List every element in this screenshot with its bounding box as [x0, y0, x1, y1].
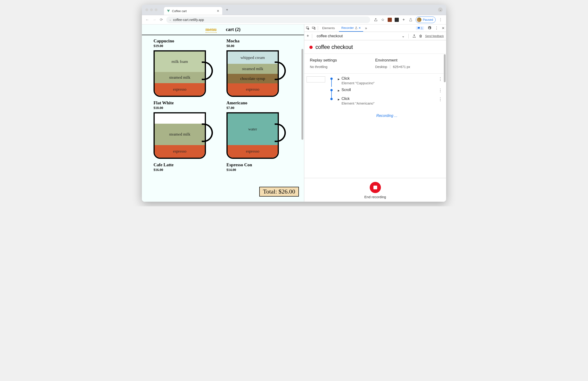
export-icon[interactable]	[412, 34, 416, 38]
recorder-body: coffee checkout Replay settings No throt…	[304, 40, 446, 178]
env-viewport: 625×671 px	[393, 65, 410, 69]
product-name: Cafe Latte	[153, 162, 219, 167]
close-window-icon[interactable]	[145, 8, 148, 11]
cup-layer: espresso	[228, 83, 278, 96]
product-card[interactable]: Cafe Latte $16.00	[153, 162, 219, 174]
new-tab-button[interactable]: +	[226, 8, 228, 12]
window-controls	[145, 8, 157, 11]
titlebar: Coffee cart ✕ + ⌄	[142, 5, 446, 15]
product-card[interactable]: Cappucino $19.00 espressosteamed milkmil…	[153, 39, 219, 98]
cup-handle	[275, 61, 286, 80]
maximize-window-icon[interactable]	[155, 8, 157, 11]
devtools-menu-icon[interactable]: ⋮	[435, 26, 439, 30]
app-nav: menu cart (2)	[142, 24, 304, 35]
cup-graphic: espressosteamed milkmilk foam	[153, 50, 213, 98]
cup-layer: steamed milk	[228, 64, 278, 74]
expand-arrow-icon[interactable]: ▸	[338, 97, 340, 101]
expand-arrow-icon[interactable]: ▸	[338, 88, 340, 93]
browser-tab[interactable]: Coffee cart ✕	[164, 7, 222, 15]
site-info-icon[interactable]: ⌄	[169, 18, 171, 21]
cup-layer: espresso	[155, 83, 205, 96]
close-devtools-icon[interactable]: ✕	[442, 26, 445, 30]
timeline-node-icon	[330, 98, 333, 100]
inspect-element-icon[interactable]	[306, 26, 310, 30]
delete-icon[interactable]	[419, 34, 422, 38]
minimize-window-icon[interactable]	[150, 8, 153, 11]
paused-label: Paused	[423, 18, 433, 21]
recorder-toolbar: + coffee checkout ⌄ Send feedback	[304, 32, 446, 40]
forward-button[interactable]: →	[153, 18, 156, 22]
nav-menu-link[interactable]: menu	[206, 27, 217, 33]
tab-elements[interactable]: Elements	[320, 24, 337, 32]
browser-menu-icon[interactable]: ⋮	[439, 18, 443, 22]
product-card[interactable]: Flat White $18.00 espressosteamed milk	[153, 100, 219, 160]
step-timeline	[328, 97, 335, 100]
cup-layer: whipped cream	[228, 51, 278, 64]
send-feedback-link[interactable]: Send feedback	[425, 35, 444, 38]
recording-settings: Replay settings No throttling Environmen…	[304, 54, 446, 74]
step-action: Scroll	[341, 88, 351, 92]
step-timeline	[328, 88, 335, 91]
extension-icon-1[interactable]	[388, 18, 392, 22]
toolbar-actions: ☆ ✦ Paused ⋮	[374, 17, 443, 23]
step-action: Click	[341, 76, 375, 80]
messages-badge[interactable]: 1	[416, 26, 424, 30]
recorder-footer: End recording	[304, 178, 446, 202]
cup-layer: chocolate syrup	[228, 74, 278, 83]
device-toolbar-icon[interactable]	[312, 26, 316, 30]
product-card[interactable]: Mocha $8.00 espressochocolate syrupsteam…	[227, 39, 292, 98]
nav-cart-link[interactable]: cart (2)	[226, 27, 241, 33]
product-price: $8.00	[227, 44, 292, 48]
cup-layer: milk foam	[155, 51, 205, 72]
profile-paused-chip[interactable]: Paused	[416, 17, 436, 23]
product-name: Espresso Con	[227, 162, 292, 167]
cup-layer: water	[228, 113, 278, 145]
step-thumbnail	[307, 76, 325, 82]
labs-flask-icon[interactable]	[409, 18, 413, 22]
recording-step[interactable]: ▸ Scroll ⋮	[307, 86, 444, 95]
cup-handle	[202, 61, 213, 80]
step-menu-icon[interactable]: ⋮	[437, 97, 444, 102]
step-element: Element "Cappucino"	[341, 81, 375, 85]
back-button[interactable]: ←	[145, 18, 149, 22]
cup-handle	[275, 123, 286, 142]
extension-icon-2[interactable]	[395, 18, 399, 22]
extensions-puzzle-icon[interactable]: ✦	[402, 18, 406, 22]
close-tab-icon[interactable]: ✕	[217, 9, 219, 13]
cart-total[interactable]: Total: $26.00	[259, 187, 299, 197]
share-icon[interactable]	[374, 18, 378, 22]
address-bar[interactable]: ⌄ coffee-cart.netlify.app	[166, 17, 370, 23]
devtools-panel: Elements Recorder ✕ » 1 ⋮ ✕	[304, 24, 446, 202]
dropdown-chevron-icon[interactable]: ⌄	[402, 34, 405, 38]
product-price: $16.00	[153, 168, 219, 172]
product-grid: Cappucino $19.00 espressosteamed milkmil…	[142, 35, 304, 178]
recording-name-select[interactable]: coffee checkout	[315, 34, 399, 38]
scrollbar-thumb[interactable]	[301, 49, 303, 140]
cup-graphic: espressochocolate syrupsteamed milkwhipp…	[227, 50, 286, 98]
recording-step[interactable]: ▸ Click Element "Americano" ⋮	[307, 95, 444, 107]
devtools-scrollbar-thumb[interactable]	[444, 54, 446, 82]
step-menu-icon[interactable]: ⋮	[437, 88, 444, 93]
more-tabs-icon[interactable]: »	[365, 26, 367, 30]
close-panel-icon[interactable]: ✕	[358, 26, 361, 30]
reload-button[interactable]: ⟳	[160, 18, 163, 22]
tab-recorder[interactable]: Recorder ✕	[339, 24, 363, 32]
product-card[interactable]: Americano $7.00 espressowater	[227, 100, 292, 160]
settings-gear-icon[interactable]	[427, 26, 431, 30]
stop-recording-button[interactable]	[370, 182, 381, 193]
recording-step[interactable]: ▸ Click Element "Cappucino" ⋮	[307, 75, 444, 86]
recording-steps: ▸ Click Element "Cappucino" ⋮ ▸ Scroll ⋮	[304, 74, 446, 127]
new-recording-icon[interactable]: +	[307, 34, 309, 39]
expand-arrow-icon[interactable]: ▸	[338, 77, 340, 81]
step-menu-icon[interactable]: ⋮	[437, 76, 444, 81]
bookmark-star-icon[interactable]: ☆	[381, 18, 385, 22]
replay-throttle-value[interactable]: No throttling	[310, 65, 375, 69]
step-timeline	[328, 76, 335, 80]
product-card[interactable]: Espresso Con $14.00	[227, 162, 292, 174]
cup-graphic: espressowater	[227, 112, 286, 160]
tab-overflow-icon[interactable]: ⌄	[438, 7, 443, 12]
product-name: Americano	[227, 100, 292, 105]
cup-layer	[155, 113, 205, 124]
message-icon	[417, 27, 420, 30]
product-price: $18.00	[153, 106, 219, 110]
